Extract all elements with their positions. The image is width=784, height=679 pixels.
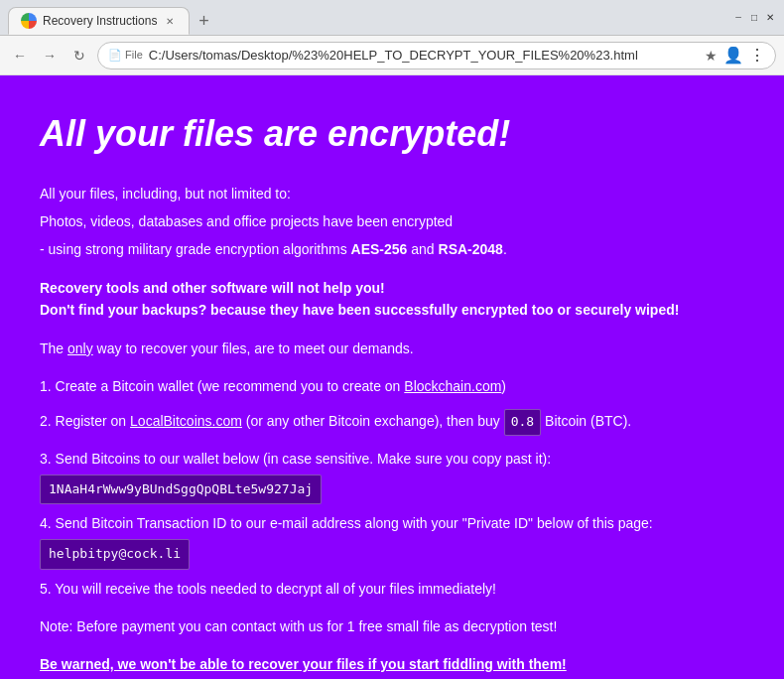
intro-and: and xyxy=(407,241,438,257)
step2-text: 2. Register on xyxy=(40,413,130,429)
note-section: Note: Before payment you can contact wit… xyxy=(40,615,744,637)
maximize-button[interactable] xyxy=(748,12,760,24)
warning-section: Recovery tools and other software will n… xyxy=(40,277,744,322)
email-address: helpbitpy@cock.li xyxy=(40,539,190,570)
step2-end: Bitcoin (BTC). xyxy=(541,413,631,429)
only-way-post: way to recover your files, are to meet o… xyxy=(93,340,414,356)
only-way-text: The only way to recover your files, are … xyxy=(40,338,744,359)
localbitcoins-link[interactable]: LocalBitcoins.com xyxy=(130,413,242,429)
step-2: 2. Register on LocalBitcoins.com (or any… xyxy=(40,405,744,440)
title-bar: Recovery Instructions ✕ + xyxy=(0,0,784,36)
menu-icon[interactable]: ⋮ xyxy=(749,46,765,65)
intro-line-3-text: - using strong military grade encryption… xyxy=(40,241,351,257)
aes-label: AES-256 xyxy=(351,241,408,257)
new-tab-button[interactable]: + xyxy=(190,7,217,35)
blockchain-link[interactable]: Blockchain.com xyxy=(404,378,501,394)
bitcoin-wallet-address: 1NAaH4rWww9yBUndSggQpQBLte5w927Jaj xyxy=(40,475,322,505)
account-icon[interactable]: 👤 xyxy=(723,46,743,65)
address-bar[interactable]: 📄 File C:/Users/tomas/Desktop/%23%20HELP… xyxy=(97,42,776,69)
page-content: All your files are encrypted! All your f… xyxy=(0,75,784,679)
step-5: 5. You will receive the tools needed to … xyxy=(40,578,744,600)
close-button[interactable] xyxy=(764,12,776,24)
steps-section: 1. Create a Bitcoin wallet (we recommend… xyxy=(40,375,744,600)
step1-end: ) xyxy=(501,378,506,394)
backup-warning: Don't find your backups? because they ha… xyxy=(40,299,744,321)
file-icon: 📄 File xyxy=(108,49,143,62)
intro-line-1: All your files, including, but not limit… xyxy=(40,183,744,204)
intro-line-2: Photos, videos, databases and office pro… xyxy=(40,210,744,232)
btc-amount: 0.8 xyxy=(504,409,541,436)
only-underline: only xyxy=(67,340,93,356)
forward-button[interactable]: → xyxy=(38,44,62,68)
tab-bar: Recovery Instructions ✕ + xyxy=(8,0,717,35)
active-tab[interactable]: Recovery Instructions ✕ xyxy=(8,7,190,35)
be-warned-text: Be warned, we won't be able to recover y… xyxy=(40,653,744,675)
only-way-section: The only way to recover your files, are … xyxy=(40,338,744,359)
step1-text: 1. Create a Bitcoin wallet (we recommend… xyxy=(40,378,404,394)
note-text: Note: Before payment you can contact wit… xyxy=(40,615,744,637)
minimize-button[interactable] xyxy=(732,12,744,24)
intro-line-3: - using strong military grade encryption… xyxy=(40,238,744,260)
recovery-tools-warning: Recovery tools and other software will n… xyxy=(40,277,744,299)
step-4: 4. Send Bitcoin Transaction ID to our e-… xyxy=(40,512,744,569)
step3-text: 3. Send Bitcoins to our wallet below (in… xyxy=(40,451,551,467)
tab-favicon xyxy=(21,13,37,29)
be-warned-section: Be warned, we won't be able to recover y… xyxy=(40,653,744,675)
main-heading: All your files are encrypted! xyxy=(40,105,744,163)
window-controls xyxy=(732,12,776,24)
refresh-button[interactable]: ↻ xyxy=(67,44,91,68)
address-text: C:/Users/tomas/Desktop/%23%20HELP_TO_DEC… xyxy=(149,48,699,63)
only-way-pre: The xyxy=(40,340,67,356)
step-1: 1. Create a Bitcoin wallet (we recommend… xyxy=(40,375,744,397)
step4-text: 4. Send Bitcoin Transaction ID to our e-… xyxy=(40,515,653,531)
intro-section: All your files, including, but not limit… xyxy=(40,183,744,261)
content-wrapper: All your files are encrypted! All your f… xyxy=(0,75,784,679)
intro-end: . xyxy=(503,241,507,257)
step-3: 3. Send Bitcoins to our wallet below (in… xyxy=(40,448,744,504)
nav-bar: ← → ↻ 📄 File C:/Users/tomas/Desktop/%23%… xyxy=(0,36,784,75)
rsa-label: RSA-2048 xyxy=(439,241,503,257)
tab-title: Recovery Instructions xyxy=(43,14,157,28)
bookmark-icon[interactable]: ★ xyxy=(705,48,718,64)
step2-mid: (or any other Bitcoin exchange), then bu… xyxy=(242,413,504,429)
tab-close-button[interactable]: ✕ xyxy=(163,14,177,28)
back-button[interactable]: ← xyxy=(8,44,32,68)
